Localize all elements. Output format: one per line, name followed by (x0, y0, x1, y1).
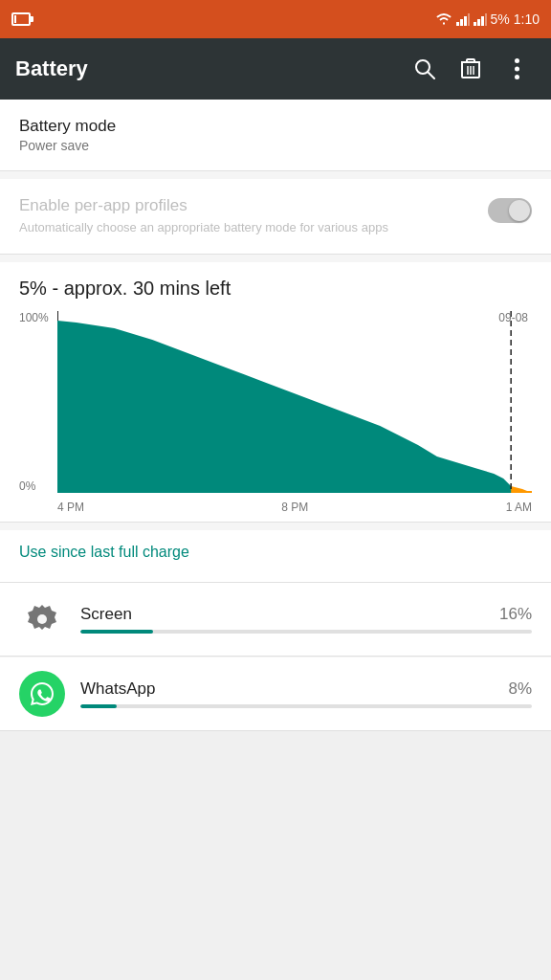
battery-chart-svg (57, 311, 532, 493)
svg-rect-1 (460, 19, 463, 26)
delete-icon (461, 58, 480, 79)
chart-svg-area: 09-08 (57, 311, 532, 493)
chart-orange-tail (511, 486, 532, 493)
whatsapp-usage-info: WhatsApp 8% (80, 679, 532, 708)
per-app-text: Enable per-app profiles Automatically ch… (19, 196, 488, 236)
per-app-section[interactable]: Enable per-app profiles Automatically ch… (0, 179, 551, 255)
whatsapp-icon (19, 671, 65, 717)
whatsapp-name: WhatsApp (80, 679, 155, 699)
page-title: Battery (15, 56, 398, 81)
x-label-8pm: 8 PM (281, 501, 308, 514)
svg-point-17 (515, 67, 519, 72)
chart-area-fill (57, 321, 513, 493)
use-since-title: Use since last full charge (19, 544, 532, 561)
per-app-toggle[interactable] (488, 198, 532, 223)
svg-rect-2 (464, 16, 467, 26)
signal-icon-2 (474, 12, 487, 26)
svg-rect-0 (456, 22, 459, 26)
battery-percentage: 5% (491, 11, 510, 27)
whatsapp-icon-container (19, 671, 65, 717)
app-bar: Battery (0, 38, 551, 100)
whatsapp-usage-item[interactable]: WhatsApp 8% (0, 657, 551, 731)
more-options-button[interactable] (497, 50, 536, 88)
svg-point-16 (515, 58, 519, 63)
wifi-icon (435, 12, 452, 26)
svg-point-21 (37, 614, 47, 624)
per-app-title: Enable per-app profiles (19, 196, 473, 215)
screen-usage-item[interactable]: Screen 16% (0, 583, 551, 657)
search-button[interactable] (406, 50, 444, 88)
svg-rect-7 (485, 13, 487, 26)
svg-rect-3 (468, 13, 470, 26)
battery-status-text: 5% - approx. 30 mins left (19, 278, 532, 300)
screen-usage-info: Screen 16% (80, 605, 532, 634)
per-app-subtitle: Automatically choose an appropriate batt… (19, 219, 473, 236)
delete-button[interactable] (452, 50, 490, 88)
svg-rect-5 (477, 19, 480, 26)
svg-line-9 (428, 72, 434, 78)
battery-mode-section[interactable]: Battery mode Power save (0, 100, 551, 171)
status-time: 1:10 (514, 11, 540, 27)
x-label-4pm: 4 PM (57, 501, 84, 514)
battery-mode-title: Battery mode (19, 117, 532, 136)
whatsapp-svg (29, 680, 55, 707)
divider-3 (0, 523, 551, 530)
search-icon (414, 58, 435, 79)
status-bar-left (11, 12, 33, 26)
whatsapp-name-row: WhatsApp 8% (80, 679, 532, 699)
chart-date-label: 09-08 (498, 311, 528, 324)
screen-progress-fill (80, 630, 153, 634)
gear-svg (24, 601, 60, 637)
screen-icon (19, 596, 65, 642)
x-label-1am: 1 AM (506, 501, 532, 514)
chart-section: 5% - approx. 30 mins left 100% 0% 09-08 (0, 262, 551, 523)
battery-icon-small (11, 12, 31, 26)
svg-rect-12 (467, 59, 474, 62)
screen-progress-bar (80, 630, 532, 634)
y-label-bottom: 0% (19, 479, 57, 493)
screen-percentage: 16% (499, 605, 532, 624)
svg-point-18 (515, 75, 519, 79)
whatsapp-progress-bar (80, 704, 532, 708)
whatsapp-progress-fill (80, 704, 117, 708)
status-bar-right: 5% 1:10 (435, 11, 540, 27)
signal-icon-1 (456, 12, 470, 26)
screen-name: Screen (80, 605, 132, 624)
svg-rect-6 (481, 16, 484, 26)
svg-rect-4 (474, 22, 476, 26)
battery-chart: 100% 0% 09-08 4 PM 8 PM 1 AM (19, 311, 532, 522)
battery-mode-subtitle: Power save (19, 138, 532, 153)
use-since-section: Use since last full charge (0, 530, 551, 583)
chart-y-labels: 100% 0% (19, 311, 57, 493)
toggle-knob (509, 200, 530, 221)
screen-name-row: Screen 16% (80, 605, 532, 624)
divider-2 (0, 255, 551, 262)
y-label-top: 100% (19, 311, 57, 324)
more-icon (515, 58, 519, 79)
status-bar: 5% 1:10 (0, 0, 551, 38)
whatsapp-percentage: 8% (508, 679, 532, 699)
divider-1 (0, 171, 551, 179)
chart-x-labels: 4 PM 8 PM 1 AM (57, 493, 532, 522)
